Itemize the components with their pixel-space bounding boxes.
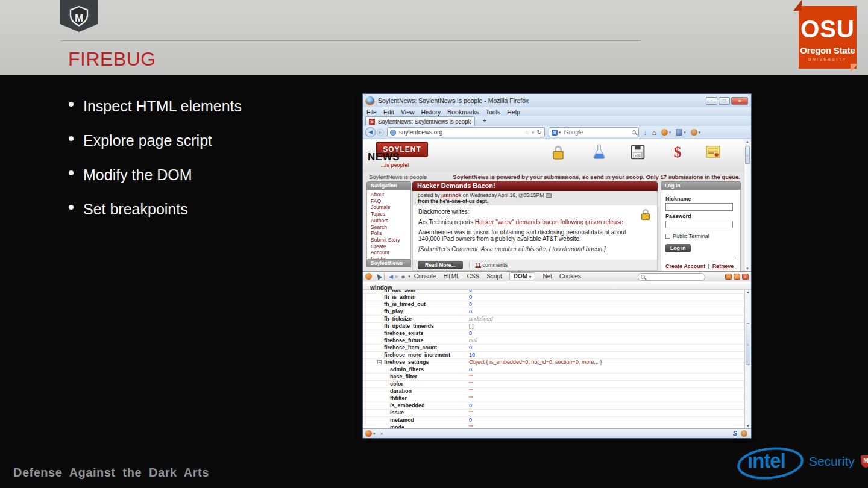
firebug-detach-button[interactable]: □ (734, 274, 740, 280)
create-account-link[interactable]: Create Account (665, 263, 705, 269)
firebug-tab-net[interactable]: Net (542, 273, 552, 280)
menu-view[interactable]: View (401, 108, 415, 116)
panel-list-icon[interactable]: ≡ (401, 273, 405, 280)
downloads-icon[interactable]: ↓ (644, 129, 647, 136)
scroll-down-icon[interactable]: ▼ (744, 267, 750, 271)
scroll-up-icon[interactable]: ▲ (745, 290, 751, 294)
nav-link-about[interactable]: About (371, 192, 407, 198)
panel-options-icon[interactable]: ▾ (408, 274, 410, 279)
search-magnifier-icon[interactable] (632, 130, 636, 134)
firebug-minimize-button[interactable]: − (725, 274, 732, 280)
inspect-element-icon[interactable] (375, 273, 382, 280)
greasemonkey-statusbar-icon[interactable] (741, 430, 747, 437)
firebug-menu-icon[interactable] (365, 273, 372, 280)
restore-button[interactable]: □ (719, 97, 730, 105)
password-field[interactable] (665, 221, 733, 228)
dom-row-expandable[interactable]: −firehose_settingsObject { is_embedded=0… (363, 359, 744, 366)
menu-bookmarks[interactable]: Bookmarks (447, 108, 479, 116)
dom-row[interactable]: duration"" (363, 388, 744, 395)
soylentnews-logo[interactable]: SOYLENT NEWS ...is people! (368, 142, 434, 169)
login-button[interactable]: Log in (665, 244, 691, 252)
addonbar-close-icon[interactable]: × (380, 431, 383, 437)
nav-link-journals[interactable]: Journals (371, 204, 407, 211)
addon-icon[interactable] (676, 129, 682, 136)
engine-dropdown-icon[interactable]: ▾ (559, 130, 561, 135)
dom-row[interactable]: metamod0 (363, 417, 744, 424)
comments-count-link[interactable]: 11 (476, 262, 482, 268)
nav-link-account[interactable]: Account (371, 249, 407, 256)
scroll-thumb[interactable]: ≡ (746, 323, 750, 365)
menu-tools[interactable]: Tools (486, 108, 501, 116)
firebug-tab-css[interactable]: CSS (467, 273, 480, 280)
forward-button[interactable]: ▶ (377, 129, 384, 136)
nav-link-faq[interactable]: FAQ (371, 198, 407, 205)
dom-row[interactable]: firehose_more_increment10 (363, 352, 744, 359)
addon-dropdown-icon[interactable]: ▾ (684, 130, 686, 135)
story-link[interactable]: Hacker "weev" demands bacon following pr… (475, 219, 623, 225)
new-tab-button[interactable]: + (479, 117, 491, 125)
back-button[interactable]: ◀ (365, 127, 376, 137)
dom-row[interactable]: is_embedded0 (363, 402, 744, 410)
firebug-statusbar-caret-icon[interactable]: ▾ (373, 431, 376, 436)
firebug-forward-icon[interactable]: ▶ (395, 274, 398, 279)
nav-link-search[interactable]: Search (371, 224, 407, 231)
reload-icon[interactable]: ↻ (537, 129, 542, 136)
firebug-tab-cookies[interactable]: Cookies (559, 273, 581, 280)
firebug-tab-dom-active[interactable]: DOM ▾ (509, 272, 536, 280)
dom-row[interactable]: fh_is_admin0 (363, 294, 744, 301)
read-more-button[interactable]: Read More... (418, 261, 463, 269)
bookmark-star-icon[interactable]: ☆ (524, 130, 529, 136)
author-link[interactable]: janrinok (441, 192, 461, 198)
dom-row[interactable]: fh_play0 (363, 308, 744, 316)
nav-link-topics[interactable]: Topics (371, 211, 407, 217)
collapse-expander-icon[interactable]: − (377, 360, 382, 364)
menu-edit[interactable]: Edit (383, 108, 394, 116)
firebug-tab-script[interactable]: Script (486, 273, 502, 280)
nickname-field[interactable] (665, 203, 733, 211)
dom-row[interactable]: fh_ticksizeundefined (363, 316, 744, 323)
greasemonkey-dropdown-icon[interactable]: ▾ (699, 130, 701, 135)
menu-history[interactable]: History (421, 108, 441, 116)
dom-row[interactable]: fh_idle_skin0 (363, 290, 744, 294)
menu-file[interactable]: File (366, 108, 377, 116)
dom-row[interactable]: fh_update_timerids[ ] (363, 323, 744, 330)
printer-icon[interactable] (546, 193, 552, 198)
scroll-thumb[interactable]: ≡ (745, 146, 750, 164)
dom-row[interactable]: mode"" (363, 424, 744, 428)
dom-row[interactable]: fh_is_timed_out0 (363, 301, 744, 308)
firebug-scrollbar[interactable]: ▲ ≡ ▼ (744, 290, 751, 428)
retrieve-password-link-1[interactable]: Retrieve (712, 263, 734, 269)
menu-help[interactable]: Help (507, 108, 520, 116)
browser-tab[interactable]: S SoylentNews: SoylentNews is people (365, 116, 475, 126)
url-dropdown-icon[interactable]: ▾ (532, 130, 535, 136)
close-button[interactable]: × (731, 97, 748, 105)
public-terminal-checkbox[interactable] (665, 234, 670, 239)
firebug-toolbar-icon[interactable] (661, 129, 668, 136)
home-icon[interactable]: ⌂ (652, 128, 656, 137)
url-bar[interactable]: soylentnews.org ☆ ▾ ↻ (387, 127, 545, 137)
nav-link-create[interactable]: Create (371, 243, 407, 250)
search-engine-icon[interactable]: 8 (552, 130, 558, 136)
firebug-back-icon[interactable]: ◀ (389, 274, 393, 280)
firebug-close-button[interactable]: × (742, 274, 749, 280)
greasemonkey-icon[interactable] (691, 129, 697, 136)
search-bar[interactable]: 8 ▾ Google (549, 127, 639, 137)
dom-row[interactable]: firehose_exists0 (363, 330, 744, 337)
dom-row[interactable]: firehose_item_count0 (363, 345, 744, 352)
firebug-tab-html[interactable]: HTML (443, 273, 459, 280)
dom-row[interactable]: fhfilter"" (363, 395, 744, 402)
page-scrollbar[interactable]: ▲ ≡ ▼ (744, 139, 750, 271)
dom-row[interactable]: admin_filters0 (363, 366, 744, 374)
url-text[interactable]: soylentnews.org (399, 129, 522, 136)
firebug-dropdown-icon[interactable]: ▾ (669, 130, 671, 135)
nav-link-polls[interactable]: Polls (371, 230, 407, 237)
scroll-down-icon[interactable]: ▼ (745, 424, 751, 428)
site-identity-icon[interactable] (390, 130, 396, 136)
firebug-statusbar-icon[interactable] (365, 430, 372, 437)
dom-row[interactable]: base_filter"" (363, 374, 744, 381)
scroll-up-icon[interactable]: ▲ (744, 140, 750, 143)
firebug-search-box[interactable] (638, 273, 705, 281)
stylish-icon[interactable]: S (733, 430, 737, 437)
dom-row[interactable]: color"" (363, 381, 744, 388)
minimize-button[interactable]: − (706, 97, 717, 105)
